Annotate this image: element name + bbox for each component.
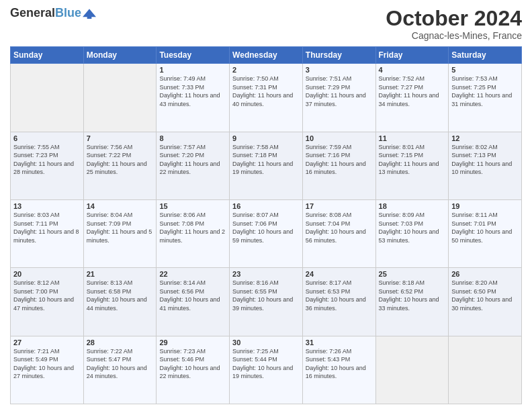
calendar-cell: 5Sunrise: 7:53 AM Sunset: 7:25 PM Daylig… [449,64,522,132]
day-info: Sunrise: 8:12 AM Sunset: 7:00 PM Dayligh… [13,279,81,312]
day-info: Sunrise: 7:49 AM Sunset: 7:33 PM Dayligh… [159,75,226,108]
day-info: Sunrise: 7:26 AM Sunset: 5:43 PM Dayligh… [306,347,373,381]
day-number: 22 [159,270,226,278]
day-number: 5 [451,66,519,74]
day-number: 2 [232,66,300,74]
day-number: 21 [87,270,154,278]
calendar-cell: 25Sunrise: 8:18 AM Sunset: 6:52 PM Dayli… [375,268,449,336]
logo: GeneralBlue [10,7,96,20]
header: GeneralBlue October 2024 Cagnac-les-Mine… [10,7,522,41]
week-row-3: 20Sunrise: 8:12 AM Sunset: 7:00 PM Dayli… [11,268,522,336]
day-info: Sunrise: 8:07 AM Sunset: 7:06 PM Dayligh… [232,211,300,244]
calendar-cell: 31Sunrise: 7:26 AM Sunset: 5:43 PM Dayli… [302,336,375,404]
day-number: 11 [379,134,446,142]
calendar-cell [449,336,522,404]
day-info: Sunrise: 8:18 AM Sunset: 6:52 PM Dayligh… [379,279,446,312]
calendar-cell: 14Sunrise: 8:04 AM Sunset: 7:09 PM Dayli… [83,199,157,267]
day-number: 23 [232,270,300,278]
day-info: Sunrise: 8:13 AM Sunset: 6:58 PM Dayligh… [87,279,154,312]
day-number: 8 [159,134,226,142]
day-number: 27 [13,338,81,347]
day-header-friday: Friday [375,47,449,64]
calendar-cell: 15Sunrise: 8:06 AM Sunset: 7:08 PM Dayli… [157,199,230,267]
day-number: 17 [306,202,373,210]
day-header-thursday: Thursday [302,47,375,64]
day-number: 20 [13,270,81,278]
calendar-cell: 28Sunrise: 7:22 AM Sunset: 5:47 PM Dayli… [83,336,157,404]
day-number: 16 [232,202,300,210]
day-number: 9 [232,134,300,142]
calendar-cell: 26Sunrise: 8:20 AM Sunset: 6:50 PM Dayli… [449,268,522,336]
calendar-cell: 23Sunrise: 8:16 AM Sunset: 6:55 PM Dayli… [230,268,303,336]
day-info: Sunrise: 7:21 AM Sunset: 5:49 PM Dayligh… [13,347,81,381]
day-info: Sunrise: 8:17 AM Sunset: 6:53 PM Dayligh… [306,279,373,312]
day-header-saturday: Saturday [449,47,522,64]
day-info: Sunrise: 8:09 AM Sunset: 7:03 PM Dayligh… [379,211,446,244]
calendar-cell [11,64,84,132]
day-number: 1 [159,66,226,74]
day-info: Sunrise: 8:06 AM Sunset: 7:08 PM Dayligh… [159,211,226,244]
logo-icon [83,7,96,20]
day-number: 19 [451,202,519,210]
calendar-cell: 18Sunrise: 8:09 AM Sunset: 7:03 PM Dayli… [375,199,449,267]
day-info: Sunrise: 8:20 AM Sunset: 6:50 PM Dayligh… [451,279,519,312]
day-number: 6 [13,134,81,142]
day-info: Sunrise: 7:56 AM Sunset: 7:22 PM Dayligh… [87,143,154,177]
calendar-cell: 13Sunrise: 8:03 AM Sunset: 7:11 PM Dayli… [11,199,84,267]
logo-blue: Blue [55,6,81,19]
day-header-wednesday: Wednesday [230,47,303,64]
day-info: Sunrise: 8:02 AM Sunset: 7:13 PM Dayligh… [451,143,519,177]
calendar-cell: 9Sunrise: 7:58 AM Sunset: 7:18 PM Daylig… [230,132,303,199]
day-number: 25 [379,270,446,278]
day-header-tuesday: Tuesday [157,47,230,64]
day-info: Sunrise: 8:14 AM Sunset: 6:56 PM Dayligh… [159,279,226,312]
calendar-table: SundayMondayTuesdayWednesdayThursdayFrid… [10,46,522,404]
calendar-cell: 27Sunrise: 7:21 AM Sunset: 5:49 PM Dayli… [11,336,84,404]
day-number: 18 [379,202,446,210]
title-area: October 2024 Cagnac-les-Mines, France [386,7,522,41]
calendar-cell: 8Sunrise: 7:57 AM Sunset: 7:20 PM Daylig… [157,132,230,199]
calendar-cell: 16Sunrise: 8:07 AM Sunset: 7:06 PM Dayli… [230,199,303,267]
calendar-cell [375,336,449,404]
day-info: Sunrise: 8:08 AM Sunset: 7:04 PM Dayligh… [306,211,373,244]
day-info: Sunrise: 7:58 AM Sunset: 7:18 PM Dayligh… [232,143,300,177]
svg-marker-0 [83,9,96,19]
week-row-1: 6Sunrise: 7:55 AM Sunset: 7:23 PM Daylig… [11,132,522,199]
day-number: 31 [306,338,373,347]
calendar-cell: 7Sunrise: 7:56 AM Sunset: 7:22 PM Daylig… [83,132,157,199]
day-number: 24 [306,270,373,278]
day-info: Sunrise: 8:04 AM Sunset: 7:09 PM Dayligh… [87,211,154,244]
day-info: Sunrise: 8:11 AM Sunset: 7:01 PM Dayligh… [451,211,519,244]
day-number: 10 [306,134,373,142]
day-info: Sunrise: 7:22 AM Sunset: 5:47 PM Dayligh… [87,347,154,381]
calendar-cell: 20Sunrise: 8:12 AM Sunset: 7:00 PM Dayli… [11,268,84,336]
week-row-0: 1Sunrise: 7:49 AM Sunset: 7:33 PM Daylig… [11,64,522,132]
day-number: 29 [159,338,226,347]
day-number: 26 [451,270,519,278]
page: GeneralBlue October 2024 Cagnac-les-Mine… [0,0,532,411]
calendar-cell [83,64,157,132]
header-row: SundayMondayTuesdayWednesdayThursdayFrid… [11,47,522,64]
week-row-2: 13Sunrise: 8:03 AM Sunset: 7:11 PM Dayli… [11,199,522,267]
calendar-cell: 6Sunrise: 7:55 AM Sunset: 7:23 PM Daylig… [11,132,84,199]
day-header-sunday: Sunday [11,47,84,64]
day-number: 3 [306,66,373,74]
calendar-cell: 19Sunrise: 8:11 AM Sunset: 7:01 PM Dayli… [449,199,522,267]
day-info: Sunrise: 7:55 AM Sunset: 7:23 PM Dayligh… [13,143,81,177]
day-number: 15 [159,202,226,210]
day-info: Sunrise: 7:59 AM Sunset: 7:16 PM Dayligh… [306,143,373,177]
calendar-cell: 29Sunrise: 7:23 AM Sunset: 5:46 PM Dayli… [157,336,230,404]
day-number: 14 [87,202,154,210]
logo-text: GeneralBlue [10,7,81,20]
main-title: October 2024 [386,7,522,30]
calendar-cell: 22Sunrise: 8:14 AM Sunset: 6:56 PM Dayli… [157,268,230,336]
calendar-cell: 24Sunrise: 8:17 AM Sunset: 6:53 PM Dayli… [302,268,375,336]
sub-title: Cagnac-les-Mines, France [386,30,522,41]
calendar-cell: 4Sunrise: 7:52 AM Sunset: 7:27 PM Daylig… [375,64,449,132]
day-info: Sunrise: 7:51 AM Sunset: 7:29 PM Dayligh… [306,75,373,108]
day-number: 4 [379,66,446,74]
day-info: Sunrise: 8:03 AM Sunset: 7:11 PM Dayligh… [13,211,81,244]
day-info: Sunrise: 7:23 AM Sunset: 5:46 PM Dayligh… [159,347,226,381]
day-info: Sunrise: 7:57 AM Sunset: 7:20 PM Dayligh… [159,143,226,177]
day-info: Sunrise: 7:25 AM Sunset: 5:44 PM Dayligh… [232,347,300,381]
